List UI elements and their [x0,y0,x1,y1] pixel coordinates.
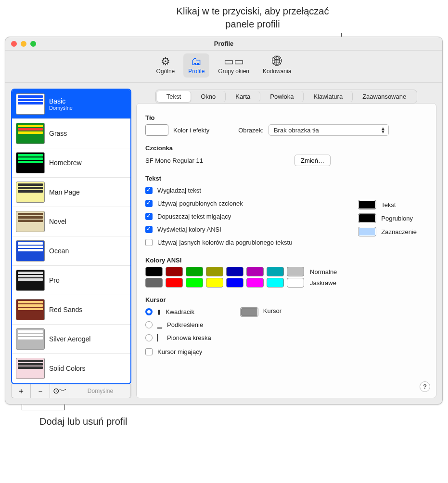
toolbar-encodings-label: Kodowania [263,68,291,75]
text-color-label: Tekst [381,201,396,209]
profile-item[interactable]: Red Sands [12,295,130,325]
profile-thumbnail [16,299,45,320]
callout-top: Klikaj w te przyciski, aby przełączać pa… [164,5,342,31]
ansi-row-label: Jaskrawe [310,279,336,287]
profile-item[interactable]: BasicDomyślne [12,90,130,119]
document-gear-icon: 🗂︎ [191,56,202,67]
cursor-underline-label: Podkreślenie [167,321,203,328]
profile-name: Novel [49,218,66,225]
gear-icon: ⚙︎ [161,56,170,67]
text-color-swatches: Tekst Pogrubiony Zaznaczenie [358,200,417,236]
ansi-color-well[interactable] [226,278,243,287]
profile-item[interactable]: Pro [12,266,130,295]
ansi-color-well[interactable] [287,267,304,276]
cursor-vbar-radio[interactable] [145,334,153,341]
tab-window[interactable]: Okno [191,91,226,102]
profile-thumbnail [16,123,45,144]
ansi-normal-row: Normalne [145,267,427,276]
zoom-icon[interactable] [30,41,36,47]
cursor-blink-checkbox[interactable] [145,348,153,355]
window-title: Profile [214,40,233,47]
callout-bottom: Dodaj lub usuń profil [39,416,448,427]
ansi-color-well[interactable] [145,267,163,276]
profile-actions-menu[interactable]: ⊙﹀ [50,384,70,398]
minimize-icon[interactable] [21,41,26,47]
ansi-color-well[interactable] [166,278,183,287]
profile-name: Grass [49,130,67,137]
tab-keyboard[interactable]: Klawiatura [304,91,353,102]
profile-thumbnail [16,93,45,115]
toolbar-encodings[interactable]: 🌐︎ Kodowania [258,53,296,78]
tab-card[interactable]: Karta [226,91,260,102]
cursor-blink-label: Kursor migający [157,348,202,355]
section-cursor: Kursor [145,296,427,303]
profile-item[interactable]: Novel [12,207,130,236]
change-font-button[interactable]: Zmień… [294,155,331,166]
toolbar-window-groups[interactable]: ▭▭ Grupy okien [213,53,254,78]
profile-item[interactable]: Homebrew [12,148,130,178]
profile-item[interactable]: Silver Aerogel [12,325,130,354]
ansi-color-well[interactable] [206,278,223,287]
profile-name: Pro [49,276,60,284]
cursor-color-well[interactable] [240,307,258,317]
cursor-underline-radio[interactable] [145,321,153,328]
ansi-color-well[interactable] [186,267,203,276]
tab-text[interactable]: Tekst [157,91,191,102]
current-font-label: SF Mono Regular 11 [145,157,203,164]
text-color-well[interactable] [358,200,376,209]
bright-bold-checkbox[interactable] [145,239,153,246]
globe-icon: 🌐︎ [272,56,282,67]
profiles-sidebar: BasicDomyślneGrassHomebrewMan PageNovelO… [11,89,131,398]
ansi-colors-checkbox[interactable] [145,226,153,233]
profile-item[interactable]: Grass [12,119,130,148]
preferences-window: Profile ⚙︎ Ogólne 🗂︎ Profile ▭▭ Grupy ok… [5,37,443,405]
ansi-color-well[interactable] [206,267,223,276]
antialias-checkbox[interactable] [145,187,153,194]
bold-color-well[interactable] [358,213,376,223]
close-icon[interactable] [11,41,17,47]
background-image-select[interactable]: Brak obrazka tła ▲▼ [269,124,389,136]
cursor-block-radio[interactable] [145,308,153,315]
background-image-value: Brak obrazka tła [274,127,319,134]
section-font: Czcionka [145,144,427,152]
section-text: Tekst [145,175,427,182]
selection-color-well[interactable] [358,227,376,236]
profile-name: Homebrew [49,159,82,167]
bold-fonts-checkbox[interactable] [145,200,153,207]
tab-advanced[interactable]: Zaawansowane [353,91,416,102]
cursor-block-label: Kwadracik [166,308,194,315]
tab-shell[interactable]: Powłoka [260,91,304,102]
window-controls [11,41,36,47]
ansi-color-well[interactable] [145,278,163,287]
profile-thumbnail [16,211,45,232]
bold-color-label: Pogrubiony [381,215,413,222]
background-color-well[interactable] [145,124,168,136]
ansi-color-well[interactable] [267,267,284,276]
vbar-icon: ▏ [157,334,162,341]
set-default-button[interactable]: Domyślne [70,384,131,398]
profile-name: Red Sands [49,306,82,313]
profiles-list[interactable]: BasicDomyślneGrassHomebrewMan PageNovelO… [11,89,131,384]
toolbar-general[interactable]: ⚙︎ Ogólne [152,53,180,78]
profile-item[interactable]: Solid Colors [12,354,130,383]
profile-item[interactable]: Ocean [12,236,130,266]
blink-checkbox[interactable] [145,213,153,220]
ansi-color-well[interactable] [226,267,243,276]
ansi-color-well[interactable] [186,278,203,287]
remove-profile-button[interactable]: － [31,384,50,398]
profile-item[interactable]: Man Page [12,178,130,207]
add-profile-button[interactable]: ＋ [12,384,31,398]
toolbar-general-label: Ogólne [156,68,175,75]
ansi-color-well[interactable] [166,267,183,276]
help-button[interactable]: ? [420,381,430,392]
profile-thumbnail [16,270,45,291]
toolbar-profiles[interactable]: 🗂︎ Profile [183,53,209,78]
ansi-color-well[interactable] [246,278,264,287]
toolbar-profiles-label: Profile [188,68,205,75]
callout-bracket-bottom [22,405,65,410]
profile-subtitle: Domyślne [49,105,73,111]
underline-icon: ▁ [157,321,162,328]
ansi-color-well[interactable] [287,278,304,287]
ansi-color-well[interactable] [246,267,264,276]
ansi-color-well[interactable] [267,278,284,287]
